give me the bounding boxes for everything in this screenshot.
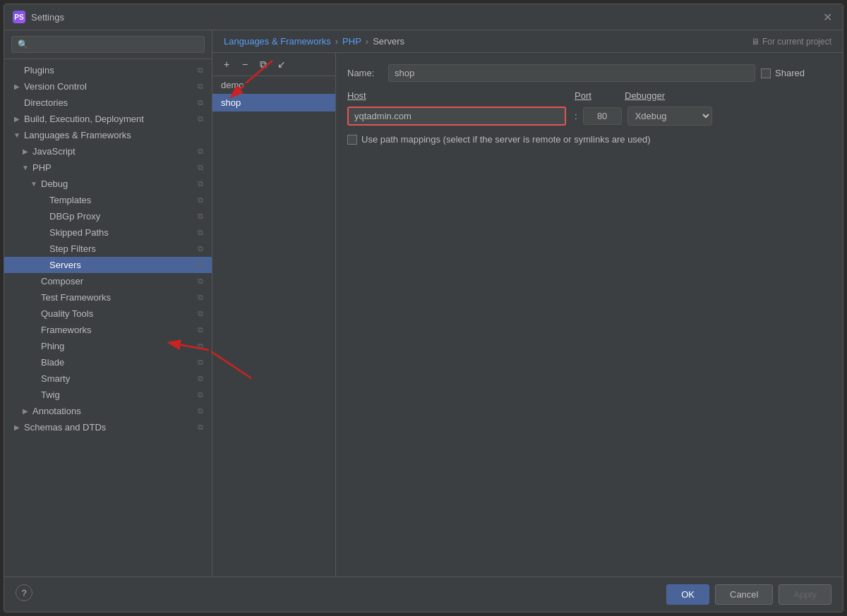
sidebar-item-label: Directories bbox=[24, 97, 68, 108]
copy-icon: ⧉ bbox=[198, 277, 203, 286]
arrow-icon bbox=[30, 277, 38, 286]
sidebar-item-dbgp[interactable]: DBGp Proxy ⧉ bbox=[4, 208, 212, 224]
sidebar-item-php[interactable]: ▼ PHP ⧉ bbox=[4, 159, 212, 176]
name-input[interactable] bbox=[388, 64, 755, 82]
arrow-icon: ▶ bbox=[21, 147, 30, 156]
sidebar-item-twig[interactable]: Twig ⧉ bbox=[4, 387, 212, 403]
add-server-button[interactable]: + bbox=[218, 56, 235, 73]
port-input[interactable] bbox=[583, 107, 622, 125]
sidebar-item-label: Skipped Paths bbox=[49, 227, 109, 238]
sidebar-item-composer[interactable]: Composer ⧉ bbox=[4, 273, 212, 289]
sidebar-item-label: DBGp Proxy bbox=[49, 211, 100, 222]
sidebar-item-label: Schemas and DTDs bbox=[24, 422, 106, 433]
dialog-body: Plugins ⧉ ▶ Version Control ⧉ Directorie… bbox=[4, 30, 843, 576]
breadcrumb-servers: Servers bbox=[373, 36, 404, 47]
copy-server-button[interactable]: ⧉ bbox=[255, 56, 272, 73]
sidebar-item-frameworks[interactable]: Frameworks ⧉ bbox=[4, 322, 212, 338]
search-input[interactable] bbox=[11, 36, 205, 53]
title-bar-left: PS Settings bbox=[13, 11, 64, 23]
dialog-footer: ? OK Cancel Apply bbox=[4, 576, 843, 612]
copy-icon: ⧉ bbox=[198, 244, 203, 253]
name-label: Name: bbox=[347, 68, 383, 78]
path-mappings-checkbox[interactable] bbox=[347, 135, 357, 145]
arrow-icon bbox=[38, 229, 47, 237]
sidebar-item-plugins[interactable]: Plugins ⧉ bbox=[4, 62, 212, 78]
sidebar-item-phing[interactable]: Phing ⧉ bbox=[4, 338, 212, 354]
copy-icon: ⧉ bbox=[198, 260, 203, 270]
copy-icon: ⧉ bbox=[198, 358, 203, 367]
cancel-button[interactable]: Cancel bbox=[715, 584, 773, 605]
sidebar-item-skipped-paths[interactable]: Skipped Paths ⧉ bbox=[4, 224, 212, 241]
host-column-header: Host bbox=[347, 90, 566, 101]
shared-label: Shared bbox=[775, 68, 810, 78]
copy-icon: ⧉ bbox=[198, 374, 203, 383]
host-input[interactable] bbox=[347, 107, 566, 126]
copy-icon: ⧉ bbox=[198, 179, 203, 188]
sidebar-item-label: Frameworks bbox=[41, 325, 92, 335]
arrow-icon bbox=[38, 245, 47, 253]
path-mappings-label: Use path mappings (select if the server … bbox=[361, 134, 651, 145]
copy-icon: ⧉ bbox=[198, 114, 203, 123]
port-colon: : bbox=[575, 111, 577, 121]
debugger-select[interactable]: Xdebug Zend Debugger bbox=[627, 107, 712, 126]
sidebar-item-test-frameworks[interactable]: Test Frameworks ⧉ bbox=[4, 289, 212, 306]
arrow-icon bbox=[30, 326, 38, 334]
sidebar-item-annotations[interactable]: ▶ Annotations ⧉ bbox=[4, 403, 212, 419]
breadcrumb-php[interactable]: PHP bbox=[342, 36, 361, 47]
sidebar-item-languages[interactable]: ▼ Languages & Frameworks bbox=[4, 127, 212, 143]
for-project-label: For current project bbox=[762, 37, 831, 47]
copy-icon: ⧉ bbox=[198, 342, 203, 351]
arrow-icon bbox=[38, 212, 47, 221]
close-button[interactable]: ✕ bbox=[820, 10, 834, 24]
copy-icon: ⧉ bbox=[198, 390, 203, 399]
sidebar-item-label: Annotations bbox=[32, 406, 81, 416]
copy-icon: ⧉ bbox=[198, 163, 203, 172]
server-list-toolbar: + − ⧉ ↙ bbox=[212, 53, 335, 76]
sidebar-item-debug[interactable]: ▼ Debug ⧉ bbox=[4, 176, 212, 192]
sidebar-item-label: Servers bbox=[49, 260, 81, 270]
server-item-shop[interactable]: shop bbox=[212, 94, 335, 111]
debugger-column-header: Debugger bbox=[625, 90, 709, 101]
sidebar-item-label: Phing bbox=[41, 341, 64, 351]
arrow-icon: ▼ bbox=[30, 180, 38, 188]
name-form-row: Name: Shared bbox=[347, 64, 831, 82]
column-headers: Host Port Debugger bbox=[347, 90, 831, 101]
sidebar-item-label: Build, Execution, Deployment bbox=[24, 114, 144, 124]
sidebar-item-smarty[interactable]: Smarty ⧉ bbox=[4, 370, 212, 387]
sidebar-item-label: PHP bbox=[32, 162, 52, 173]
copy-icon: ⧉ bbox=[198, 98, 203, 107]
arrow-icon: ▶ bbox=[13, 423, 21, 432]
apply-button[interactable]: Apply bbox=[779, 584, 831, 605]
sidebar-item-directories[interactable]: Directories ⧉ bbox=[4, 95, 212, 111]
breadcrumb-languages[interactable]: Languages & Frameworks bbox=[224, 36, 331, 47]
arrow-icon bbox=[38, 261, 47, 270]
sidebar-item-blade[interactable]: Blade ⧉ bbox=[4, 354, 212, 370]
search-box bbox=[4, 30, 212, 59]
sidebar-item-javascript[interactable]: ▶ JavaScript ⧉ bbox=[4, 143, 212, 159]
shared-checkbox[interactable] bbox=[761, 68, 771, 78]
sidebar-item-build[interactable]: ▶ Build, Execution, Deployment ⧉ bbox=[4, 111, 212, 127]
sidebar: Plugins ⧉ ▶ Version Control ⧉ Directorie… bbox=[4, 30, 212, 576]
sidebar-item-templates[interactable]: Templates ⧉ bbox=[4, 192, 212, 208]
server-item-demo[interactable]: demo bbox=[212, 76, 335, 94]
sidebar-item-quality-tools[interactable]: Quality Tools ⧉ bbox=[4, 306, 212, 322]
for-project-icon: 🖥 bbox=[751, 37, 759, 47]
sidebar-item-label: Blade bbox=[41, 357, 64, 368]
shared-checkbox-row: Shared bbox=[761, 68, 810, 78]
sidebar-item-label: Test Frameworks bbox=[41, 292, 111, 303]
arrow-icon: ▼ bbox=[21, 164, 30, 172]
arrow-icon bbox=[38, 196, 47, 205]
sidebar-item-servers[interactable]: Servers ⧉ bbox=[4, 257, 212, 273]
move-server-button[interactable]: ↙ bbox=[273, 56, 290, 73]
ok-button[interactable]: OK bbox=[666, 584, 709, 605]
breadcrumb-sep2: › bbox=[366, 36, 368, 47]
host-row: : Xdebug Zend Debugger bbox=[347, 107, 831, 126]
sidebar-item-version-control[interactable]: ▶ Version Control ⧉ bbox=[4, 78, 212, 95]
help-button[interactable]: ? bbox=[16, 584, 32, 601]
arrow-icon bbox=[30, 358, 38, 367]
remove-server-button[interactable]: − bbox=[236, 56, 253, 73]
sidebar-item-label: Quality Tools bbox=[41, 308, 93, 319]
sidebar-item-step-filters[interactable]: Step Filters ⧉ bbox=[4, 241, 212, 257]
sidebar-item-schemas[interactable]: ▶ Schemas and DTDs ⧉ bbox=[4, 419, 212, 435]
copy-icon: ⧉ bbox=[198, 309, 203, 318]
